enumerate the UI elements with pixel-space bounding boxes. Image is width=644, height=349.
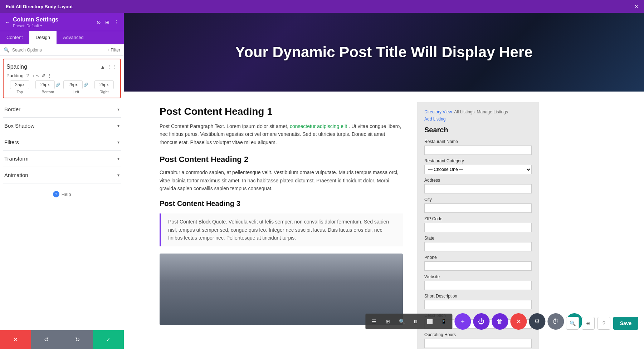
- field-input-operating-hours[interactable]: [424, 339, 532, 348]
- tab-advanced[interactable]: Advanced: [57, 31, 90, 44]
- breadcrumb-directory-view[interactable]: Directory View: [424, 109, 452, 114]
- undo-button[interactable]: ↺: [31, 330, 62, 349]
- field-wrapper-zip-code: ZIP Code: [424, 216, 532, 232]
- link-icon-left[interactable]: 🔗: [83, 83, 88, 87]
- section-header-filters[interactable]: Filters ▾: [3, 134, 121, 150]
- power-button[interactable]: ⏻: [473, 313, 489, 330]
- field-label-operating-hours: Operating Hours: [424, 332, 532, 337]
- field-input-website[interactable]: [424, 281, 532, 290]
- tabs: Content Design Advanced: [0, 31, 124, 44]
- close-action-button[interactable]: ✕: [510, 313, 527, 330]
- filter-button[interactable]: + Filter: [107, 48, 120, 53]
- preset-label[interactable]: Preset: Default ▾: [13, 23, 58, 28]
- main-layout: ← Column Settings Preset: Default ▾ ⊙ ⊞ …: [0, 13, 644, 349]
- field-wrapper-state: State: [424, 236, 532, 251]
- field-wrapper-restaurant-category: Restaurant Category— Choose One —: [424, 158, 532, 174]
- field-input-city[interactable]: [424, 203, 532, 213]
- padding-left-input[interactable]: [63, 80, 83, 89]
- back-icon[interactable]: ←: [5, 19, 10, 25]
- toolbar-search-button[interactable]: 🔍: [395, 315, 408, 328]
- field-label-restaurant-name: Restaurant Name: [424, 139, 532, 144]
- right-utility-bar: 🔍 ⊕ ? Save: [566, 317, 638, 330]
- add-button[interactable]: +: [454, 313, 471, 330]
- link-icon-bottom[interactable]: 🔗: [55, 83, 60, 87]
- save-confirm-button[interactable]: ✓: [93, 330, 124, 349]
- field-label-state: State: [424, 236, 532, 241]
- help-button[interactable]: ? Help: [53, 191, 71, 197]
- search-options-bar: 🔍 + Filter: [0, 44, 124, 56]
- split-icon[interactable]: ⊞: [105, 19, 109, 25]
- fullscreen-icon[interactable]: ⊙: [97, 19, 101, 25]
- save-button[interactable]: Save: [613, 317, 638, 330]
- col-settings-title-group: Column Settings Preset: Default ▾: [13, 16, 58, 28]
- redo-button[interactable]: ↻: [62, 330, 93, 349]
- padding-bottom-input[interactable]: [35, 80, 55, 89]
- util-layers-button[interactable]: ⊕: [582, 317, 595, 330]
- drag-icon[interactable]: ⋮⋮: [107, 64, 117, 70]
- field-input-phone[interactable]: [424, 261, 532, 271]
- toolbar-menu-button[interactable]: ☰: [367, 315, 380, 328]
- toolbar-desktop-button[interactable]: 🖥: [409, 315, 422, 328]
- hero-section: Your Dynamic Post Title Will Display Her…: [124, 13, 644, 92]
- section-header-box-shadow[interactable]: Box Shadow ▾: [3, 118, 121, 134]
- gear-button[interactable]: ⚙: [529, 313, 545, 330]
- padding-more-icon[interactable]: ⋮: [47, 73, 52, 78]
- spacing-section: Spacing ▲ ⋮⋮ Padding ? □ ↖ ↺ ⋮: [3, 59, 121, 98]
- field-input-state[interactable]: [424, 242, 532, 251]
- search-options-input[interactable]: [12, 48, 104, 53]
- clock-button[interactable]: ⏱: [547, 313, 564, 330]
- section-box-shadow: Box Shadow ▾: [3, 118, 121, 134]
- field-select-restaurant-category[interactable]: — Choose One —: [424, 165, 532, 174]
- padding-left-field: 🔗 Left: [63, 80, 89, 94]
- padding-arrow-icon[interactable]: ↖: [36, 73, 39, 78]
- section-title-animation: Animation: [4, 172, 28, 178]
- field-wrapper-restaurant-name: Restaurant Name: [424, 139, 532, 155]
- section-header-animation[interactable]: Animation ▾: [3, 167, 121, 183]
- post-heading-1: Post Content Heading 1: [160, 106, 403, 117]
- padding-reset-icon[interactable]: ↺: [42, 73, 45, 78]
- cancel-button[interactable]: ✕: [0, 330, 31, 349]
- util-search-button[interactable]: 🔍: [566, 317, 579, 330]
- post-paragraph-2: Curabitur a commodo sapien, at pellentes…: [160, 168, 403, 192]
- field-input-address[interactable]: [424, 184, 532, 193]
- toolbar-mobile-button[interactable]: 📱: [437, 315, 450, 328]
- section-header-transform[interactable]: Transform ▾: [3, 151, 121, 167]
- bottom-bar: ✕ ↺ ↻ ✓: [0, 330, 124, 349]
- section-animation: Animation ▾: [3, 167, 121, 183]
- padding-bottom-field: 🔗 Bottom: [35, 80, 62, 94]
- spacing-section-header[interactable]: Spacing ▲ ⋮⋮: [6, 62, 117, 72]
- trash-button[interactable]: 🗑: [492, 313, 508, 330]
- add-listing-link[interactable]: Add Listing: [424, 117, 532, 122]
- padding-help-icon[interactable]: ?: [26, 73, 29, 78]
- padding-top-input[interactable]: [10, 80, 29, 89]
- util-help-button[interactable]: ?: [597, 317, 610, 330]
- toolbar-grid-button[interactable]: ⊞: [381, 315, 394, 328]
- padding-box-icon[interactable]: □: [31, 73, 33, 78]
- chevron-down-icon-box-shadow: ▾: [117, 123, 119, 128]
- more-icon[interactable]: ⋮: [114, 19, 119, 25]
- padding-right-label: Right: [99, 90, 109, 94]
- sidebar-widget: Directory View All Listings Manage Listi…: [417, 102, 539, 349]
- tab-design[interactable]: Design: [29, 31, 57, 44]
- field-label-restaurant-category: Restaurant Category: [424, 158, 532, 163]
- padding-bottom-wrapper: 🔗: [35, 80, 60, 89]
- preset-arrow-icon: ▾: [40, 23, 42, 28]
- section-title-filters: Filters: [4, 139, 19, 145]
- padding-right-input[interactable]: [94, 80, 114, 89]
- section-header-border[interactable]: Border ▾: [3, 101, 121, 117]
- col-settings-title: Column Settings: [13, 16, 58, 23]
- field-label-short-description: Short Description: [424, 294, 532, 299]
- padding-top-label: Top: [16, 90, 23, 94]
- field-input-short-description[interactable]: [424, 300, 532, 309]
- toolbar-tablet-button[interactable]: ⬜: [423, 315, 436, 328]
- close-icon[interactable]: ×: [634, 3, 638, 10]
- post-heading-2: Post Content Heading 2: [160, 155, 403, 164]
- post-paragraph-1-link[interactable]: consectetur adipiscing elit: [290, 123, 347, 129]
- padding-top-field: Top: [6, 80, 33, 94]
- field-input-zip-code[interactable]: [424, 223, 532, 232]
- field-input-restaurant-name[interactable]: [424, 146, 532, 155]
- tab-content[interactable]: Content: [0, 31, 29, 44]
- col-settings-icons: ⊙ ⊞ ⋮: [97, 19, 119, 25]
- padding-bottom-label: Bottom: [42, 90, 54, 94]
- field-label-address: Address: [424, 178, 532, 183]
